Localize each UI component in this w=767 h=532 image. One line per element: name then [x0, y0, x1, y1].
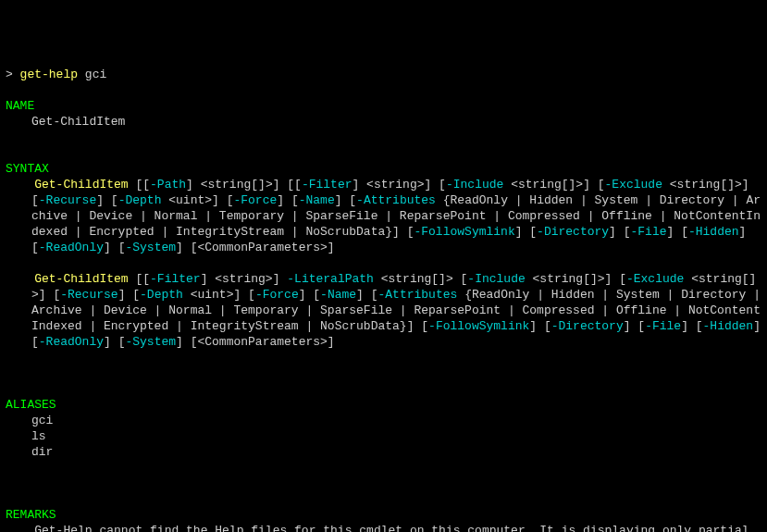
param-file: -File	[631, 225, 667, 239]
param-filter: -Filter	[150, 272, 201, 286]
cmdlet-name: Get-ChildItem	[6, 114, 761, 130]
param-directory: -Directory	[537, 225, 609, 239]
syntax-cmd: Get-ChildItem	[34, 178, 128, 192]
param-hidden: -Hidden	[688, 225, 739, 239]
param-force: -Force	[255, 288, 299, 302]
param-depth: -Depth	[140, 288, 183, 302]
section-header-name: NAME	[6, 98, 761, 114]
param-literalpath: -LiteralPath	[287, 272, 374, 286]
param-system: -System	[125, 241, 176, 254]
param-recurse: -Recurse	[60, 288, 118, 302]
syntax-cmd: Get-ChildItem	[34, 272, 128, 286]
remarks-line-1: Get-Help cannot find the Help files for …	[6, 523, 761, 532]
section-header-aliases: ALIASES	[6, 397, 761, 413]
param-name: -Name	[320, 288, 356, 302]
param-attributes: -Attributes	[378, 288, 458, 302]
prompt-line: > get-help gci	[6, 68, 106, 81]
section-header-syntax: SYNTAX	[6, 161, 761, 177]
param-readonly: -ReadOnly	[39, 335, 104, 349]
param-file: -File	[645, 319, 681, 333]
param-name: -Name	[299, 193, 335, 207]
terminal-output[interactable]: > get-help gci NAMEGet-ChildItem SYNTAX …	[6, 67, 761, 532]
param-recurse: -Recurse	[39, 193, 96, 207]
alias-ls: ls	[6, 428, 761, 444]
param-directory: -Directory	[551, 319, 624, 333]
section-header-remarks: REMARKS	[6, 507, 761, 523]
param-attributes: -Attributes	[356, 193, 436, 207]
syntax-signature-2: Get-ChildItem [[-Filter] <string>] -Lite…	[6, 271, 761, 350]
param-include: -Include	[467, 272, 525, 286]
param-system: -System	[125, 335, 176, 349]
prompt-command: get-help	[20, 68, 85, 81]
param-readonly: -ReadOnly	[39, 241, 104, 254]
param-filter: -Filter	[302, 178, 353, 192]
param-force: -Force	[233, 193, 277, 207]
param-exclude: -Exclude	[626, 272, 684, 286]
param-followsymlink: -FollowSymlink	[428, 319, 529, 333]
param-include: -Include	[446, 178, 503, 192]
prompt-arg: gci	[85, 68, 106, 81]
syntax-signature-1: Get-ChildItem [[-Path] <string[]>] [[-Fi…	[6, 177, 761, 255]
prompt-symbol: >	[6, 68, 20, 81]
alias-dir: dir	[6, 444, 761, 460]
param-followsymlink: -FollowSymlink	[414, 225, 514, 239]
alias-gci: gci	[6, 413, 761, 428]
param-depth: -Depth	[118, 193, 162, 207]
param-hidden: -Hidden	[703, 319, 754, 333]
param-exclude: -Exclude	[605, 178, 662, 192]
param-path: -Path	[150, 178, 186, 192]
